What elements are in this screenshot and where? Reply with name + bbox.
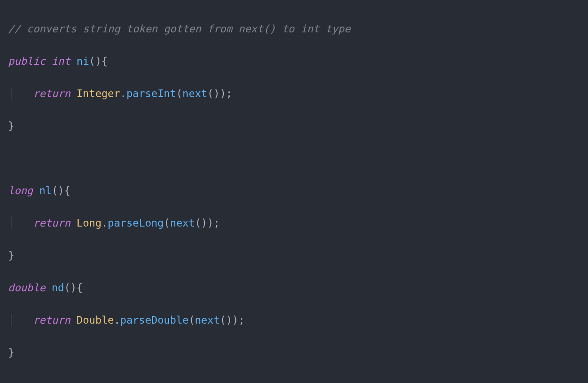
method-name: nl <box>39 185 52 196</box>
semicolon: ; <box>226 88 232 99</box>
type-int: int <box>52 55 71 67</box>
class-ref: Long <box>76 217 101 229</box>
method-call: next <box>183 88 207 99</box>
semicolon: ; <box>238 314 245 326</box>
lparen: ( <box>189 314 195 326</box>
method-call: parseDouble <box>120 314 188 326</box>
method-name: ni <box>76 55 89 67</box>
rparen: ) <box>220 88 226 99</box>
keyword-return: return <box>33 217 70 229</box>
close-brace: } <box>8 120 14 132</box>
parens: () <box>89 55 102 67</box>
code-line: } <box>8 247 580 263</box>
open-brace: { <box>64 185 71 196</box>
code-line: // converts string token gotten from nex… <box>8 21 580 37</box>
rparen: ) <box>232 314 239 326</box>
method-call: next <box>195 314 219 326</box>
semicolon: ; <box>214 217 220 229</box>
parens: () <box>195 217 207 229</box>
dot: . <box>120 88 126 99</box>
class-ref: Integer <box>76 88 120 99</box>
rparen: ) <box>207 217 214 229</box>
code-line: } <box>8 344 580 361</box>
lparen: ( <box>164 217 170 229</box>
keyword-return: return <box>33 88 70 99</box>
parens: () <box>220 314 232 326</box>
code-line: public int ni(){ <box>8 53 580 69</box>
open-brace: { <box>76 282 83 294</box>
comment: // converts string token gotten from nex… <box>8 23 351 35</box>
type-long: long <box>8 185 33 196</box>
dot: . <box>114 314 120 326</box>
code-line: │ return Double.parseDouble(next()); <box>8 312 580 328</box>
method-call: next <box>170 217 195 229</box>
dot: . <box>102 217 108 229</box>
method-name: nd <box>52 282 64 294</box>
parens: () <box>207 88 220 99</box>
code-line: long nl(){ <box>8 183 580 199</box>
code-editor[interactable]: // converts string token gotten from nex… <box>0 0 588 383</box>
code-line: │ return Integer.parseInt(next()); <box>8 85 580 102</box>
close-brace: } <box>8 347 14 358</box>
code-line <box>8 150 580 166</box>
open-brace: { <box>102 55 108 67</box>
indent-guide: │ <box>8 217 33 229</box>
code-line: } <box>8 118 580 134</box>
parens: () <box>52 185 64 196</box>
method-call: parseLong <box>108 217 164 229</box>
lparen: ( <box>176 88 183 99</box>
parens: () <box>64 282 77 294</box>
close-brace: } <box>8 249 14 261</box>
class-ref: Double <box>76 314 114 326</box>
method-call: parseInt <box>126 88 176 99</box>
code-line: double nd(){ <box>8 280 580 296</box>
keyword-public: public <box>8 55 45 67</box>
keyword-return: return <box>33 314 70 326</box>
indent-guide: │ <box>8 314 33 326</box>
type-double: double <box>8 282 45 294</box>
indent-guide: │ <box>8 88 33 99</box>
code-line <box>8 377 580 383</box>
code-line: │ return Long.parseLong(next()); <box>8 215 580 231</box>
blank <box>8 152 14 164</box>
blank <box>8 379 14 383</box>
